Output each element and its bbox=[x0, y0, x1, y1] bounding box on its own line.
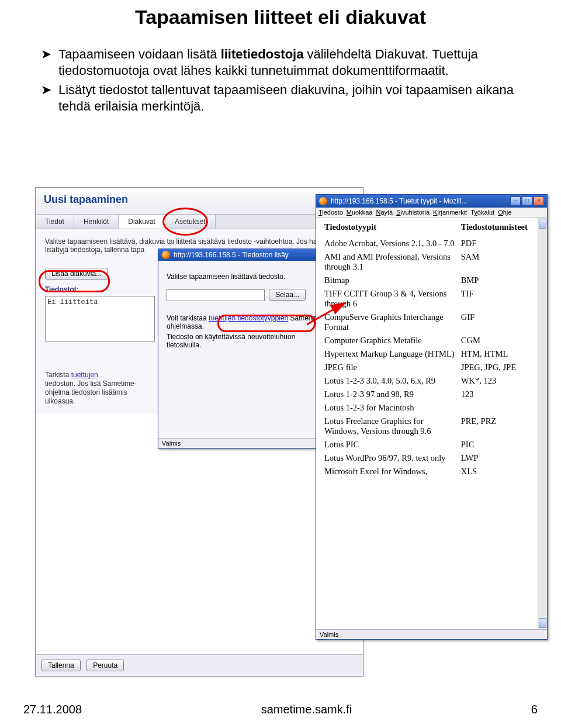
save-button[interactable]: Tallenna bbox=[41, 660, 81, 671]
supported-link[interactable]: tuettujen bbox=[71, 371, 98, 379]
bottom-bar: Tallenna Peruuta bbox=[36, 654, 363, 676]
scrollbar[interactable] bbox=[538, 218, 547, 629]
minimize-icon[interactable]: – bbox=[510, 196, 521, 206]
scroll-up-icon[interactable] bbox=[539, 219, 546, 229]
add-slides-button[interactable]: Lisää diakuvia... bbox=[45, 268, 108, 280]
dialog-title: http://193.166.158.5 - Tiedoston lisäy bbox=[174, 251, 289, 259]
type-ext: TIF bbox=[459, 287, 542, 310]
firefox-icon bbox=[162, 251, 170, 259]
type-name: Lotus 1-2-3 for Macintosh bbox=[322, 401, 459, 415]
supported-types-link[interactable]: tuettujen tiedostotyyppien bbox=[209, 314, 288, 322]
scroll-down-icon[interactable] bbox=[539, 618, 546, 628]
table-row: AMI and AMI Professional, Versions throu… bbox=[322, 250, 542, 274]
type-ext: 123 bbox=[459, 388, 542, 401]
type-name: JPEG file bbox=[322, 361, 459, 374]
type-name: Lotus 1-2-3 3.0, 4.0, 5.0, 6.x, R9 bbox=[322, 374, 459, 388]
types-table: Tiedostotyypit Tiedostotunnisteet Adobe … bbox=[322, 220, 542, 478]
table-row: BitmapBMP bbox=[322, 274, 542, 287]
type-name: Lotus 1-2-3 97 and 98, R9 bbox=[322, 388, 459, 401]
bullet-text: Tapaamiseen voidaan lisätä liitetiedosto… bbox=[58, 46, 538, 78]
type-name: Computer Graphics Metafile bbox=[322, 334, 459, 347]
page-footer: 27.11.2008 sametime.samk.fi 6 bbox=[0, 703, 561, 716]
col-header-ext: Tiedostotunnisteet bbox=[459, 220, 542, 237]
menu-kirjanmerkit[interactable]: Kirjanmerkit bbox=[433, 209, 467, 216]
bullet-arrow-icon: ➤ bbox=[41, 82, 58, 114]
firefox-icon bbox=[319, 197, 327, 205]
bullet-text: Lisätyt tiedostot tallentuvat tapaamisee… bbox=[58, 82, 538, 114]
types-content: Tiedostotyypit Tiedostotunnisteet Adobe … bbox=[316, 218, 547, 629]
type-name: TIFF CCITT Group 3 & 4, Versions through… bbox=[322, 287, 459, 310]
window-titlebar[interactable]: http://193.166.158.5 - Tuetut tyypit - M… bbox=[316, 195, 547, 208]
type-name: Hypertext Markup Language (HTML) bbox=[322, 347, 459, 361]
table-row: Hypertext Markup Language (HTML)HTM, HTM… bbox=[322, 347, 542, 361]
cancel-button[interactable]: Peruuta bbox=[86, 660, 124, 671]
dialog-text: Tiedosto on käytettävissä neuvotteluhuon… bbox=[167, 333, 331, 349]
type-name: Lotus Freelance Graphics for Windows, Ve… bbox=[322, 415, 459, 438]
file-input[interactable] bbox=[167, 289, 265, 301]
tab-tiedot[interactable]: Tiedot bbox=[36, 215, 74, 229]
menu-bar: Tiedosto Muokkaa Näytä Sivuhistoria Kirj… bbox=[316, 208, 547, 218]
side-help-text: Tarkista tuettujen tiedoston. Jos lisä S… bbox=[45, 371, 138, 406]
type-name: Microsoft Excel for Windows, bbox=[322, 465, 459, 478]
table-row: Adobe Acrobat, Versions 2.1, 3.0 - 7.0PD… bbox=[322, 237, 542, 250]
tab-diakuvat[interactable]: Diakuvat bbox=[119, 215, 165, 229]
add-file-dialog: http://193.166.158.5 - Tiedoston lisäy V… bbox=[158, 249, 340, 448]
type-ext: GIF bbox=[459, 310, 542, 334]
table-row: Lotus PICPIC bbox=[322, 438, 542, 451]
table-row: JPEG fileJPEG, JPG, JPE bbox=[322, 361, 542, 374]
tab-asetukset[interactable]: Asetukset bbox=[165, 215, 216, 229]
menu-tyokalut[interactable]: Työkalut bbox=[470, 209, 494, 216]
dialog-text: Voit tarkistaa tuettujen tiedostotyyppie… bbox=[167, 314, 331, 330]
dialog-status: Valmis bbox=[158, 438, 340, 448]
type-name: Adobe Acrobat, Versions 2.1, 3.0 - 7.0 bbox=[322, 237, 459, 250]
tab-bar: Tiedot Henkilöt Diakuvat Asetukset bbox=[36, 214, 363, 229]
tab-henkilot[interactable]: Henkilöt bbox=[74, 215, 119, 229]
type-name: Lotus PIC bbox=[322, 438, 459, 451]
type-ext: BMP bbox=[459, 274, 542, 287]
menu-ohje[interactable]: Ohje bbox=[498, 209, 511, 216]
menu-tiedosto[interactable]: Tiedosto bbox=[318, 209, 343, 216]
type-ext bbox=[459, 401, 542, 415]
table-row: Lotus WordPro 96/97, R9, text onlyLWP bbox=[322, 451, 542, 465]
menu-nayta[interactable]: Näytä bbox=[376, 209, 393, 216]
window-title: Uusi tapaaminen ? bbox=[36, 188, 363, 214]
dialog-instruction: Valitse tapaamiseen lisättävä tiedosto. bbox=[167, 272, 331, 281]
type-ext: PDF bbox=[459, 237, 542, 250]
type-ext: SAM bbox=[459, 250, 542, 274]
footer-page: 6 bbox=[531, 703, 538, 716]
footer-date: 27.11.2008 bbox=[23, 703, 82, 716]
table-row: Microsoft Excel for Windows,XLS bbox=[322, 465, 542, 478]
table-row: Lotus 1-2-3 3.0, 4.0, 5.0, 6.x, R9WK*, 1… bbox=[322, 374, 542, 388]
dialog-titlebar[interactable]: http://193.166.158.5 - Tiedoston lisäy bbox=[158, 249, 340, 261]
type-name: Lotus WordPro 96/97, R9, text only bbox=[322, 451, 459, 465]
type-ext: CGM bbox=[459, 334, 542, 347]
browse-button[interactable]: Selaa... bbox=[269, 289, 306, 301]
window-status: Valmis bbox=[316, 629, 547, 639]
type-ext: XLS bbox=[459, 465, 542, 478]
files-list[interactable]: Ei liitteitä bbox=[45, 296, 155, 341]
type-ext: JPEG, JPG, JPE bbox=[459, 361, 542, 374]
maximize-icon[interactable]: □ bbox=[522, 196, 532, 206]
col-header-types: Tiedostotyypit bbox=[322, 220, 459, 237]
table-row: Lotus 1-2-3 97 and 98, R9123 bbox=[322, 388, 542, 401]
supported-types-window: http://193.166.158.5 - Tuetut tyypit - M… bbox=[316, 194, 548, 640]
type-ext: HTM, HTML bbox=[459, 347, 542, 361]
menu-muokkaa[interactable]: Muokkaa bbox=[347, 209, 373, 216]
table-row: Lotus 1-2-3 for Macintosh bbox=[322, 401, 542, 415]
type-ext: WK*, 123 bbox=[459, 374, 542, 388]
type-ext: LWP bbox=[459, 451, 542, 465]
bullet-arrow-icon: ➤ bbox=[41, 46, 58, 78]
footer-center: sametime.samk.fi bbox=[261, 703, 352, 716]
type-ext: PIC bbox=[459, 438, 542, 451]
type-ext: PRE, PRZ bbox=[459, 415, 542, 438]
type-name: Bitmap bbox=[322, 274, 459, 287]
close-icon[interactable]: × bbox=[534, 196, 544, 206]
files-empty-text: Ei liitteitä bbox=[47, 298, 98, 306]
window-title-text: http://193.166.158.5 - Tuetut tyypit - M… bbox=[331, 197, 467, 205]
table-row: TIFF CCITT Group 3 & 4, Versions through… bbox=[322, 287, 542, 310]
menu-sivuhistoria[interactable]: Sivuhistoria bbox=[396, 209, 430, 216]
table-row: Computer Graphics MetafileCGM bbox=[322, 334, 542, 347]
page-title: Tapaamisen liitteet eli diakuvat bbox=[0, 6, 561, 29]
type-name: CompuServe Graphics Interchange Format bbox=[322, 310, 459, 334]
table-row: Lotus Freelance Graphics for Windows, Ve… bbox=[322, 415, 542, 438]
